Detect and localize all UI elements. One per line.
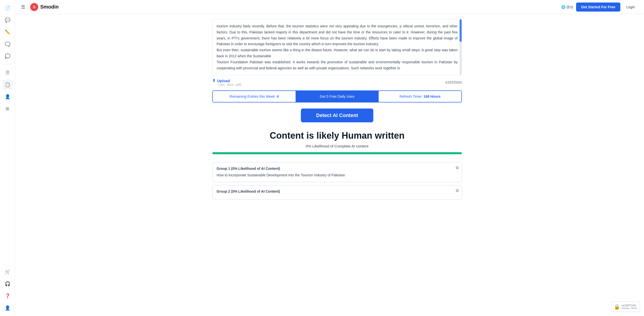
group-2-card: Group 2 (0% Likelihood of AI Content) ⧉ [212, 185, 462, 200]
sidebar-item-pages[interactable]: 📄 [3, 3, 13, 13]
content-area: tourism industry fairly recently. Before… [206, 14, 468, 208]
upload-row: ⬆ Upload (.doc, .docx, .pdf) 4393/5000 [212, 78, 462, 86]
logo-text: Smodin [40, 4, 59, 10]
sidebar-item-support[interactable]: 🎧 [3, 279, 13, 289]
progress-bar-container [212, 152, 462, 154]
get-started-button[interactable]: Get Started For Free [576, 3, 620, 12]
refresh-timer-button[interactable]: Refresh Timer: 168 Hours [379, 91, 461, 102]
sidebar-item-feedback[interactable]: 💭 [3, 51, 13, 61]
sidebar-item-edit[interactable]: ✏️ [3, 27, 13, 37]
remaining-label: Remaining Entries this Week: [230, 94, 276, 98]
scroll-thumb [460, 19, 462, 42]
main-content: tourism industry fairly recently. Before… [30, 14, 644, 316]
group-1-copy-button[interactable]: ⧉ [456, 166, 459, 170]
text-content: tourism industry fairly recently. Before… [217, 24, 458, 70]
upload-section: ⬆ Upload (.doc, .docx, .pdf) [212, 78, 241, 86]
sidebar-item-user[interactable]: 👤 [3, 92, 13, 102]
group-2-copy-button[interactable]: ⧉ [456, 188, 459, 193]
refresh-label: Refresh Timer: [399, 94, 423, 98]
login-button[interactable]: Login [623, 3, 638, 11]
detect-row: Detect AI Content [212, 109, 462, 122]
language-label: 🌐 (En) [561, 5, 573, 9]
action-buttons-row: Remaining Entries this Week: 4 Get 5 Fre… [212, 90, 462, 102]
sidebar: 📄 💬 ✏️ 🗨️ 💭 ☰ 📋 👤 ⊞ 🛒 🎧 ❓ 👤 [0, 0, 15, 316]
upload-sub-label: (.doc, .docx, .pdf) [218, 83, 241, 86]
recaptcha-sub: Privacy - Terms [622, 307, 637, 309]
sidebar-item-chat[interactable]: 💬 [3, 15, 13, 25]
sidebar-divider-1 [4, 64, 12, 65]
detect-button[interactable]: Detect AI Content [301, 109, 373, 122]
remaining-value: 4 [277, 94, 279, 98]
group-1-title: Group 1 (0% Likelihood of AI Content) [217, 167, 458, 171]
get-free-label: Get 5 Free Daily Uses [320, 94, 354, 98]
sidebar-item-message[interactable]: 🗨️ [3, 39, 13, 49]
sidebar-item-cart[interactable]: 🛒 [3, 267, 13, 277]
result-heading: Content is likely Human written [212, 130, 462, 141]
logo: S Smodin [30, 3, 59, 11]
hamburger-icon[interactable]: ☰ [21, 4, 25, 10]
text-display-area[interactable]: tourism industry fairly recently. Before… [212, 19, 462, 75]
refresh-value: 168 Hours [424, 94, 441, 98]
group-1-text: How to incorporate Sustainable Developme… [217, 173, 458, 178]
sidebar-item-list[interactable]: ☰ [3, 68, 13, 78]
recaptcha-logo-icon: 🔒 [614, 304, 620, 310]
recaptcha-label: reCAPTCHA [622, 304, 637, 307]
char-count: 4393/5000 [445, 80, 462, 84]
sidebar-item-active[interactable]: 📋 [3, 80, 13, 90]
sidebar-item-help[interactable]: ❓ [3, 291, 13, 301]
sidebar-item-grid[interactable]: ⊞ [3, 104, 13, 114]
progress-bar-fill [212, 152, 462, 154]
logo-icon: S [30, 3, 38, 11]
recaptcha-badge: 🔒 reCAPTCHA Privacy - Terms [611, 301, 640, 312]
upload-icon: ⬆ [212, 78, 216, 83]
scrollbar[interactable] [460, 19, 462, 75]
remaining-entries-button[interactable]: Remaining Entries this Week: 4 [213, 91, 296, 102]
sidebar-item-account[interactable]: 👤 [3, 303, 13, 313]
likelihood-text: 0% Likelihood of Complete AI content [212, 144, 462, 148]
topnav: ☰ S Smodin 🌐 (En) Get Started For Free L… [15, 0, 644, 14]
recaptcha-text: reCAPTCHA Privacy - Terms [622, 304, 637, 309]
group-2-title: Group 2 (0% Likelihood of AI Content) [217, 189, 458, 193]
group-1-card: Group 1 (0% Likelihood of AI Content) Ho… [212, 162, 462, 182]
upload-button[interactable]: ⬆ Upload [212, 78, 230, 83]
get-free-uses-button[interactable]: Get 5 Free Daily Uses [296, 91, 379, 102]
language-selector[interactable]: 🌐 (En) [561, 5, 573, 9]
upload-label: Upload [217, 79, 230, 83]
